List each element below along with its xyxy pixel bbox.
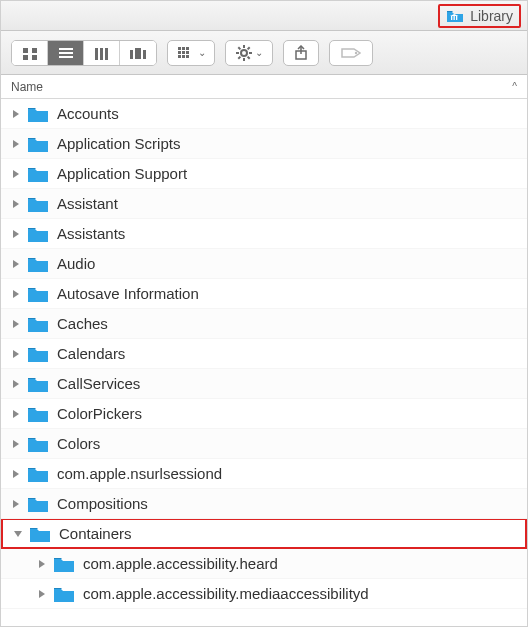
folder-icon [27, 135, 49, 153]
folder-icon [27, 285, 49, 303]
svg-rect-9 [59, 56, 73, 58]
disclosure-right-icon[interactable] [9, 167, 23, 181]
view-coverflow-button[interactable] [120, 41, 156, 66]
folder-icon [27, 105, 49, 123]
list-item-label: com.apple.accessibility.heard [83, 555, 278, 572]
svg-rect-23 [182, 55, 185, 58]
list-view-icon [58, 47, 74, 61]
list-item[interactable]: com.apple.accessibility.heard [1, 549, 527, 579]
svg-point-36 [355, 51, 357, 53]
folder-icon [29, 525, 51, 543]
disclosure-right-icon[interactable] [35, 557, 49, 571]
list-item[interactable]: Compositions [1, 489, 527, 519]
svg-rect-21 [186, 51, 189, 54]
disclosure-right-icon[interactable] [9, 347, 23, 361]
titlebar: Library [1, 1, 527, 31]
list-item[interactable]: Caches [1, 309, 527, 339]
disclosure-right-icon[interactable] [9, 407, 23, 421]
window-title-label: Library [470, 8, 513, 24]
finder-window: Library [0, 0, 528, 627]
arrange-icon [177, 46, 195, 60]
list-item[interactable]: Application Scripts [1, 129, 527, 159]
list-item[interactable]: CallServices [1, 369, 527, 399]
list-item[interactable]: Colors [1, 429, 527, 459]
list-item[interactable]: Containers [1, 519, 527, 549]
svg-line-31 [247, 56, 249, 58]
list-item[interactable]: ColorPickers [1, 399, 527, 429]
list-item-label: CallServices [57, 375, 140, 392]
list-item-label: Audio [57, 255, 95, 272]
action-button[interactable]: ⌄ [225, 40, 273, 66]
view-icon-button[interactable] [12, 41, 48, 66]
disclosure-right-icon[interactable] [9, 257, 23, 271]
disclosure-right-icon[interactable] [9, 227, 23, 241]
svg-rect-3 [23, 48, 28, 53]
disclosure-right-icon[interactable] [9, 377, 23, 391]
folder-icon [27, 345, 49, 363]
folder-icon [27, 225, 49, 243]
folder-icon [27, 405, 49, 423]
disclosure-right-icon[interactable] [9, 437, 23, 451]
svg-rect-1 [454, 16, 455, 20]
list-item-label: Application Support [57, 165, 187, 182]
svg-rect-12 [105, 48, 108, 60]
list-item[interactable]: Application Support [1, 159, 527, 189]
disclosure-right-icon[interactable] [9, 107, 23, 121]
svg-rect-17 [182, 47, 185, 50]
chevron-down-icon: ⌄ [198, 47, 206, 58]
column-header[interactable]: Name ^ [1, 75, 527, 99]
list-item[interactable]: com.apple.accessibility.mediaaccessibili… [1, 579, 527, 609]
icon-view-icon [22, 47, 38, 61]
disclosure-right-icon[interactable] [9, 197, 23, 211]
disclosure-down-icon[interactable] [11, 527, 25, 541]
disclosure-right-icon[interactable] [9, 137, 23, 151]
list-item-label: com.apple.accessibility.mediaaccessibili… [83, 585, 369, 602]
svg-line-30 [238, 47, 240, 49]
share-icon [294, 45, 308, 61]
list-item[interactable]: Accounts [1, 99, 527, 129]
folder-icon [53, 585, 75, 603]
svg-rect-24 [186, 55, 189, 58]
folder-icon [27, 465, 49, 483]
share-button[interactable] [283, 40, 319, 66]
folder-icon [27, 315, 49, 333]
list-item-label: Containers [59, 525, 132, 542]
svg-rect-13 [130, 50, 133, 59]
view-mode-group [11, 40, 157, 66]
svg-rect-4 [32, 48, 37, 53]
svg-rect-0 [451, 16, 452, 20]
folder-icon [53, 555, 75, 573]
disclosure-right-icon[interactable] [9, 317, 23, 331]
list-item[interactable]: Audio [1, 249, 527, 279]
tags-button[interactable] [329, 40, 373, 66]
svg-line-33 [247, 47, 249, 49]
file-listing: AccountsApplication ScriptsApplication S… [1, 99, 527, 626]
view-column-button[interactable] [84, 41, 120, 66]
column-view-icon [94, 47, 110, 61]
svg-rect-5 [23, 55, 28, 60]
list-item[interactable]: Calendars [1, 339, 527, 369]
svg-rect-16 [178, 47, 181, 50]
disclosure-right-icon[interactable] [9, 497, 23, 511]
svg-rect-15 [143, 50, 146, 59]
disclosure-right-icon[interactable] [35, 587, 49, 601]
list-item-label: Compositions [57, 495, 148, 512]
view-list-button[interactable] [48, 41, 84, 66]
svg-rect-8 [59, 52, 73, 54]
svg-rect-20 [182, 51, 185, 54]
list-item[interactable]: Assistants [1, 219, 527, 249]
list-item[interactable]: com.apple.nsurlsessiond [1, 459, 527, 489]
toolbar: ⌄ ⌄ [1, 31, 527, 75]
list-item[interactable]: Assistant [1, 189, 527, 219]
list-item-label: ColorPickers [57, 405, 142, 422]
svg-rect-19 [178, 51, 181, 54]
disclosure-right-icon[interactable] [9, 467, 23, 481]
list-item-label: Assistants [57, 225, 125, 242]
list-item-label: Application Scripts [57, 135, 180, 152]
svg-rect-11 [100, 48, 103, 60]
disclosure-right-icon[interactable] [9, 287, 23, 301]
list-item[interactable]: Autosave Information [1, 279, 527, 309]
list-item-label: Assistant [57, 195, 118, 212]
arrange-button[interactable]: ⌄ [167, 40, 215, 66]
svg-rect-14 [135, 48, 141, 59]
